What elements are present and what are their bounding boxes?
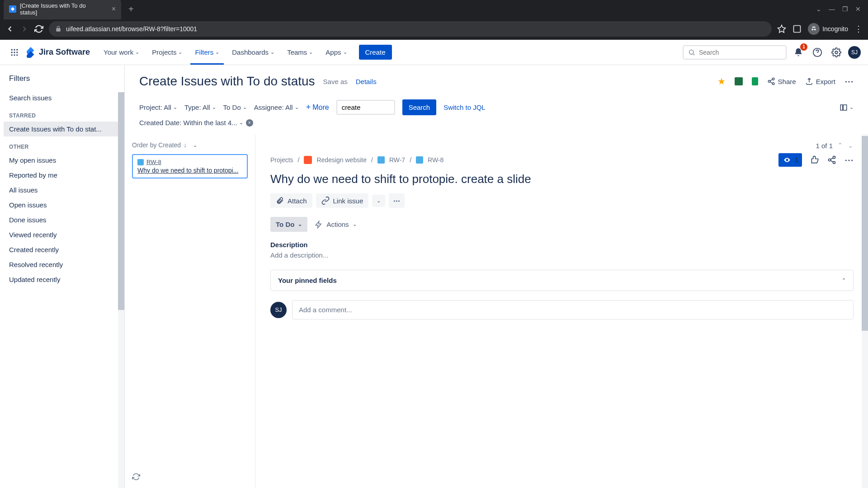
chevron-down-icon[interactable]: ⌄: [816, 5, 821, 13]
svg-point-16: [768, 80, 770, 83]
remove-filter-icon[interactable]: ×: [246, 119, 253, 127]
filter-status[interactable]: To Do⌄: [223, 103, 247, 111]
filter-created-date[interactable]: Created Date: Within the last 4...⌄: [139, 119, 243, 127]
filter-text-input[interactable]: [336, 100, 395, 115]
status-row: To Do⌄ Actions ⌄: [270, 217, 854, 232]
browser-tab[interactable]: [Create Issues with To do status] ×: [4, 0, 121, 19]
svg-rect-0: [794, 26, 801, 33]
watch-button[interactable]: 1: [778, 153, 802, 167]
breadcrumb-projects[interactable]: Projects: [270, 156, 293, 164]
create-button[interactable]: Create: [359, 45, 392, 60]
app-switcher-icon[interactable]: [7, 45, 22, 60]
new-tab-button[interactable]: +: [128, 4, 134, 14]
settings-button[interactable]: [829, 45, 844, 60]
link-issue-dropdown[interactable]: ⌄: [372, 195, 385, 207]
comment-input[interactable]: Add a comment...: [292, 300, 854, 319]
chevron-up-icon[interactable]: ⌃: [842, 277, 846, 283]
jira-logo[interactable]: Jira Software: [25, 47, 90, 58]
sidebar-item-created[interactable]: Created recently: [4, 242, 121, 257]
forward-button[interactable]: [20, 24, 29, 33]
save-as-link[interactable]: Save as: [323, 78, 348, 85]
chevron-down-icon: ⌄: [295, 104, 299, 110]
detail-scrollbar[interactable]: [862, 134, 868, 488]
more-actions-button[interactable]: ⋯: [389, 193, 405, 208]
nav-projects[interactable]: Projects⌄: [147, 46, 187, 59]
breadcrumb-project[interactable]: Redesign website: [316, 156, 367, 164]
nav-apps[interactable]: Apps⌄: [321, 46, 351, 59]
pinned-fields-panel[interactable]: Your pinned fields ⌃: [270, 270, 854, 291]
notifications-button[interactable]: 1: [791, 45, 806, 60]
attach-button[interactable]: Attach: [270, 193, 312, 208]
issue-title[interactable]: Why do we need to shift to protopie. cre…: [270, 172, 854, 186]
details-link[interactable]: Details: [356, 78, 377, 85]
breadcrumb-sep: /: [298, 156, 300, 164]
sidebar-item-updated[interactable]: Updated recently: [4, 272, 121, 287]
view-toggle[interactable]: ⌄: [840, 103, 854, 112]
sidebar-item-viewed[interactable]: Viewed recently: [4, 227, 121, 242]
help-button[interactable]: [810, 45, 825, 60]
sidebar-item-reported[interactable]: Reported by me: [4, 168, 121, 183]
more-actions-icon[interactable]: ⋯: [844, 76, 854, 87]
excel-icon[interactable]: [735, 77, 743, 85]
refresh-icon[interactable]: [132, 474, 140, 482]
export-button[interactable]: Export: [805, 77, 835, 85]
share-issue-icon[interactable]: [827, 155, 836, 164]
switch-jql-link[interactable]: Switch to JQL: [443, 103, 486, 111]
close-tab-icon[interactable]: ×: [112, 5, 116, 13]
actions-dropdown[interactable]: Actions ⌄: [315, 221, 356, 229]
extensions-icon[interactable]: [793, 24, 802, 33]
reload-button[interactable]: [34, 24, 43, 33]
sidebar-item-my-open[interactable]: My open issues: [4, 153, 121, 168]
browser-menu-icon[interactable]: ⋮: [854, 24, 863, 34]
sidebar-item-done[interactable]: Done issues: [4, 212, 121, 227]
scrollbar-thumb[interactable]: [862, 136, 868, 331]
more-filters[interactable]: +More: [306, 103, 329, 112]
description-field[interactable]: Add a description...: [270, 251, 854, 259]
search-button[interactable]: Search: [402, 99, 437, 115]
filter-project[interactable]: Project: All⌄: [139, 103, 177, 111]
incognito-icon: [808, 23, 820, 35]
sidebar-item-open[interactable]: Open issues: [4, 197, 121, 212]
prev-issue-icon[interactable]: ⌃: [837, 141, 843, 150]
sidebar-search-issues[interactable]: Search issues: [4, 90, 121, 105]
url-bar[interactable]: uifeed.atlassian.net/browse/RW-8?filter=…: [49, 21, 772, 37]
nav-teams[interactable]: Teams⌄: [283, 46, 317, 59]
lightning-icon: [315, 221, 323, 229]
scrollbar-thumb[interactable]: [118, 92, 124, 310]
maximize-icon[interactable]: ❐: [842, 5, 848, 13]
sheets-icon[interactable]: [752, 77, 758, 85]
star-icon[interactable]: ★: [717, 76, 726, 87]
share-button[interactable]: Share: [767, 77, 796, 85]
nav-your-work[interactable]: Your work⌄: [99, 46, 144, 59]
order-by-control[interactable]: Order by Created ↓ ⌄: [132, 141, 248, 149]
svg-point-11: [16, 54, 18, 56]
filter-type[interactable]: Type: All⌄: [184, 103, 216, 111]
search-input[interactable]: [699, 49, 781, 56]
sidebar-item-all[interactable]: All issues: [4, 183, 121, 197]
bookmark-icon[interactable]: [777, 24, 786, 33]
sidebar-item-resolved[interactable]: Resolved recently: [4, 257, 121, 272]
link-issue-button[interactable]: Link issue: [316, 193, 369, 208]
svg-point-14: [835, 51, 838, 54]
filter-assignee[interactable]: Assignee: All⌄: [254, 103, 299, 111]
close-window-icon[interactable]: ✕: [855, 5, 861, 13]
user-avatar[interactable]: SJ: [848, 46, 861, 59]
svg-point-12: [689, 50, 693, 54]
header-row: Create Issues with To do status Save as …: [139, 74, 854, 89]
eye-icon: [782, 155, 792, 165]
back-button[interactable]: [5, 24, 14, 33]
next-issue-icon[interactable]: ⌄: [848, 141, 854, 150]
nav-dashboards[interactable]: Dashboards⌄: [227, 46, 279, 59]
breadcrumb-parent[interactable]: RW-7: [389, 156, 405, 164]
issue-list-item[interactable]: RW-8 Why do we need to shift to protopi.…: [132, 154, 248, 178]
status-dropdown[interactable]: To Do⌄: [270, 217, 307, 232]
issue-more-icon[interactable]: ⋯: [844, 155, 854, 165]
like-icon[interactable]: [810, 155, 819, 164]
nav-filters[interactable]: Filters⌄: [190, 46, 224, 59]
sidebar-scrollbar[interactable]: [118, 92, 124, 488]
incognito-badge[interactable]: Incognito: [808, 23, 848, 35]
breadcrumb-key[interactable]: RW-8: [428, 156, 443, 164]
global-search[interactable]: [683, 45, 787, 60]
minimize-icon[interactable]: ―: [829, 5, 835, 13]
sidebar-starred-item[interactable]: Create Issues with To do stat...: [4, 122, 121, 136]
